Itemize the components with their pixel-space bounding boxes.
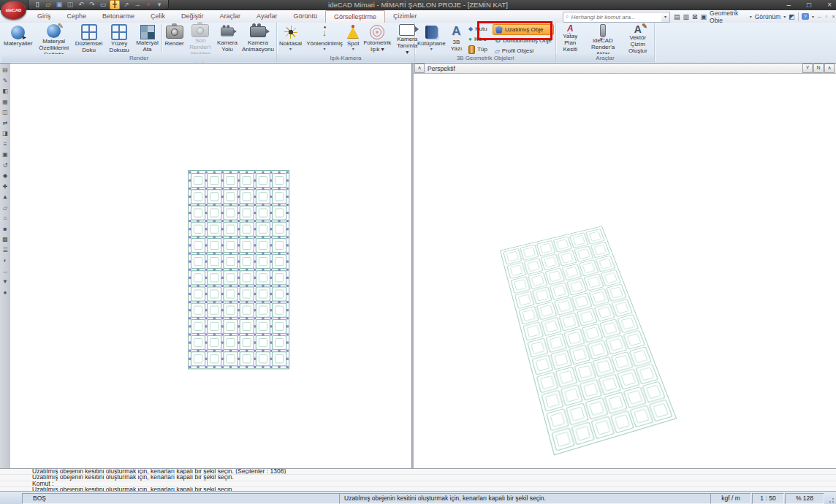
ribbon-button-render[interactable]: Render: [163, 23, 186, 53]
tab-betonarme[interactable]: Betonarme: [94, 10, 142, 23]
tab-değiştir[interactable]: Değiştir: [173, 10, 212, 23]
tab-görüntü[interactable]: Görüntü: [285, 10, 325, 23]
down-tool-icon[interactable]: ▼: [1, 277, 10, 286]
ribbon-button-materyaller[interactable]: ➤Materyaller: [1, 23, 35, 53]
edit-tool-icon[interactable]: ✎: [1, 76, 10, 85]
plan-viewport[interactable]: [10, 64, 411, 469]
status-zoom-cell[interactable]: % 128: [785, 493, 824, 504]
bring-front-icon[interactable]: ▥: [683, 13, 690, 20]
view-up-button[interactable]: ∧: [824, 64, 835, 73]
define-camera-icon: [399, 24, 415, 36]
tab-araçlar[interactable]: Araçlar: [212, 10, 249, 23]
gorunum-dropdown-icon[interactable]: ▾: [783, 14, 786, 19]
ribbon-button-materyal[interactable]: ✎Materyal Özelliklerini Değiştir: [35, 23, 73, 53]
doc-minimize-button[interactable]: –: [817, 13, 821, 20]
status-scale-cell[interactable]: 1 : 50: [752, 493, 784, 504]
dropdown-arrow-icon: ▾: [430, 47, 433, 50]
panel-collapse-button[interactable]: ∧: [414, 64, 425, 73]
close-object-icon[interactable]: ⊠: [692, 13, 698, 20]
tab-çelik[interactable]: Çelik: [142, 10, 173, 23]
tab-çizimler[interactable]: Çizimler: [385, 10, 425, 23]
pattern-tool-icon[interactable]: ▩: [1, 234, 10, 244]
minimize-button[interactable]: –: [787, 0, 791, 10]
ribbon-button-düzlemsel[interactable]: ::::Düzlemsel Doku Kaplama: [73, 23, 104, 53]
profile-tool-icon[interactable]: ▱: [1, 203, 10, 213]
status-units-cell[interactable]: kgf / m: [710, 493, 751, 504]
ribbon-button-materyal[interactable]: Materyal Ata: [134, 23, 161, 53]
doc-close-button[interactable]: ×: [831, 13, 836, 20]
ribbon-button-uzatılmış-obje[interactable]: Uzatılmış Obje: [493, 24, 554, 35]
stretch-tool-icon[interactable]: ↔: [1, 267, 10, 276]
plan-drawing[interactable]: [187, 169, 290, 373]
ribbon-button-son-render'ı[interactable]: Son Render'ı Yeniden Çağır: [186, 23, 215, 53]
ribbon-button-kutu[interactable]: ◆Kutu: [466, 24, 490, 34]
triangle-tool-icon[interactable]: ▲: [1, 192, 10, 202]
menu-tool-icon[interactable]: ☰: [1, 245, 10, 255]
ribbon-button-fotometrik[interactable]: Fotometrik Işık ▾: [361, 23, 393, 53]
perspective-viewport[interactable]: ∧ Perspektif YN∧: [414, 64, 836, 469]
ribbon-button-vektör-çizim[interactable]: AVektör Çizim Oluştur: [622, 23, 654, 53]
app-logo-icon[interactable]: ideCAD: [1, 1, 26, 20]
hatch-tool-icon[interactable]: ▦: [1, 97, 10, 107]
move-tool-icon[interactable]: ⇄: [1, 118, 10, 128]
search-dropdown-button[interactable]: ▾: [661, 12, 670, 23]
box-icon: ◆: [468, 26, 473, 32]
ribbon-button-tüp[interactable]: Tüp: [466, 45, 490, 54]
ribbon-group-işık-kamera: Noktasal ▾↓Yönlendirilmiş ▾Spot ▾Fotomet…: [277, 23, 415, 62]
ribbon-button-noktasal[interactable]: Noktasal ▾: [277, 23, 304, 53]
view-n-button[interactable]: N: [813, 64, 824, 73]
ribbon-button-kamera[interactable]: Kamera Yolu: [215, 23, 240, 53]
paste-tool-icon[interactable]: ▣: [1, 150, 10, 159]
revolved-object-icon: ↻: [495, 37, 501, 45]
command-line-3: Komut :: [0, 481, 836, 487]
dropdown-arrow-icon: ▾: [352, 47, 354, 50]
doc-restore-button[interactable]: ▫: [824, 13, 828, 20]
home-tool-icon[interactable]: ⌂: [1, 213, 10, 223]
send-back-icon[interactable]: ▤: [674, 13, 680, 20]
ribbon-button-idecad[interactable]: ideCAD Render'a Aktar: [585, 23, 622, 53]
layer-tool-icon[interactable]: ◧: [1, 86, 10, 96]
object-mode-icon[interactable]: ▣: [701, 13, 707, 20]
ribbon-button-3b[interactable]: A3B Yazı ▾: [448, 23, 465, 53]
ribbon-button-döndürülmüş-obje[interactable]: ↻Döndürülmüş Obje: [493, 36, 554, 45]
ribbon-button-küre[interactable]: ●Küre: [466, 34, 490, 44]
search-input[interactable]: [571, 14, 664, 20]
geometrik-obje-selector[interactable]: Geometrik Obje: [710, 9, 747, 24]
solid-tool-icon[interactable]: ■: [1, 224, 10, 234]
palette-icon[interactable]: ◩: [788, 13, 795, 20]
select-tool-icon[interactable]: ▤: [1, 65, 10, 75]
rotate-tool-icon[interactable]: ↺: [1, 161, 10, 170]
tab-giriş[interactable]: Giriş: [29, 10, 59, 23]
search-tool-icon[interactable]: ●: [1, 288, 10, 297]
contrast-tool-icon[interactable]: ◐: [1, 256, 10, 265]
resize-grip[interactable]: [826, 495, 835, 504]
perspective-drawing[interactable]: [499, 224, 685, 457]
help-icon[interactable]: ?: [802, 13, 809, 20]
help-dropdown-icon[interactable]: ▾: [812, 14, 814, 19]
tab-ayarlar[interactable]: Ayarlar: [248, 10, 285, 23]
gorunum-selector[interactable]: Görünüm: [755, 13, 780, 20]
tab-görselleştirme[interactable]: Görselleştirme: [325, 10, 385, 23]
ribbon-button-spot[interactable]: Spot ▾: [345, 23, 361, 53]
copy-tool-icon[interactable]: ◫: [1, 107, 10, 117]
geometrik-obje-dropdown-icon[interactable]: ▾: [750, 14, 752, 19]
close-button[interactable]: ×: [827, 0, 832, 10]
list-tool-icon[interactable]: ≡: [1, 140, 10, 149]
gear-tool-icon[interactable]: ✚: [1, 182, 10, 191]
small-button-column: Uzatılmış Obje↻Döndürülmüş Obje▱Profil O…: [491, 23, 555, 56]
mirror-tool-icon[interactable]: ◨: [1, 129, 10, 138]
tab-cephe[interactable]: Cephe: [59, 10, 95, 23]
ribbon-button-yatay-plan[interactable]: AYatay Plan Kesiti: [556, 23, 585, 53]
ribbon-button-kütüphane[interactable]: Kütüphane ▾: [415, 23, 448, 53]
object-snap-icon[interactable]: ◆: [1, 171, 10, 180]
ribbon-button-kamera[interactable]: Kamera Animasyonu: [240, 23, 276, 53]
command-history: Uzatılmış obejenin kesitini oluşturmak i…: [0, 468, 836, 492]
command-search[interactable]: ⌕: [563, 12, 666, 23]
ribbon-button-yönlendirilmiş[interactable]: ↓Yönlendirilmiş ▾: [304, 23, 345, 53]
view-y-button[interactable]: Y: [802, 64, 813, 73]
command-line-2: Uzatılmış obejenin kesitini oluşturmak i…: [0, 475, 836, 481]
maximize-button[interactable]: □: [807, 0, 811, 10]
ribbon-button-yüzey-dokusu[interactable]: Yüzey Dokusu Değiştir: [104, 23, 134, 53]
search-icon: ⌕: [566, 13, 569, 20]
ribbon-group-araçlar: AYatay Plan KesitiideCAD Render'a AktarA…: [556, 23, 655, 62]
